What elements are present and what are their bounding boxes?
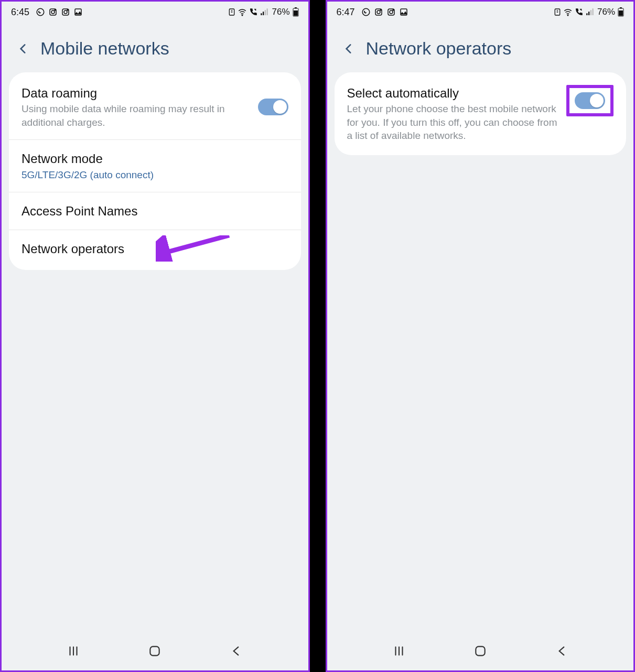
svg-rect-38 [620, 7, 622, 8]
status-left: 6:47 [337, 7, 408, 18]
settings-card: Select automatically Let your phone choo… [335, 72, 627, 155]
battery-icon [618, 7, 624, 17]
toggle-knob [590, 94, 604, 107]
card-icon [553, 8, 562, 16]
nav-recents-icon[interactable] [392, 644, 406, 660]
back-icon[interactable] [342, 42, 356, 56]
svg-rect-15 [294, 10, 298, 16]
status-right: 76% [228, 7, 298, 17]
nav-back-icon[interactable] [229, 644, 243, 660]
volte-icon [574, 7, 584, 17]
svg-rect-21 [150, 646, 159, 655]
row-subtitle: Using mobile data while roaming may resu… [21, 102, 252, 129]
wifi-icon [238, 7, 247, 17]
svg-point-25 [380, 10, 381, 11]
signal-icon [585, 7, 595, 17]
svg-point-31 [567, 15, 568, 16]
volte-icon [249, 7, 258, 17]
row-title: Data roaming [21, 85, 252, 101]
svg-point-9 [242, 15, 243, 16]
nav-back-icon[interactable] [555, 644, 568, 660]
instagram-icon [386, 7, 396, 17]
row-network-mode[interactable]: Network mode 5G/LTE/3G/2G (auto connect) [9, 140, 301, 192]
phone-right: 6:47 76% Network operators Select automa… [326, 0, 636, 672]
row-data-roaming[interactable]: Data roaming Using mobile data while roa… [9, 74, 301, 140]
svg-rect-33 [588, 12, 589, 15]
status-left: 6:45 [11, 7, 83, 18]
row-subtitle: 5G/LTE/3G/2G (auto connect) [21, 168, 282, 182]
wifi-icon [563, 7, 573, 17]
svg-point-2 [51, 10, 55, 14]
svg-rect-11 [263, 12, 264, 15]
instagram-icon [374, 7, 383, 17]
navbar [327, 639, 634, 665]
svg-point-27 [390, 10, 393, 14]
svg-point-24 [377, 10, 380, 14]
annotation-highlight [566, 85, 614, 116]
status-time: 6:47 [337, 7, 355, 18]
svg-rect-37 [619, 10, 623, 16]
whatsapp-icon [36, 7, 45, 17]
svg-rect-32 [586, 13, 587, 15]
image-icon [399, 7, 408, 17]
page-title: Mobile networks [40, 38, 169, 59]
instagram-icon [61, 7, 70, 17]
statusbar: 6:47 76% [327, 2, 634, 23]
nav-recents-icon[interactable] [67, 644, 80, 660]
signal-icon [260, 7, 269, 17]
row-title: Network mode [21, 150, 282, 167]
screenshot-divider [310, 0, 326, 672]
page-title: Network operators [366, 38, 512, 59]
nav-home-icon[interactable] [473, 644, 487, 660]
row-title: Network operators [21, 241, 282, 257]
svg-rect-13 [267, 8, 268, 15]
svg-rect-34 [590, 10, 591, 15]
instagram-icon [48, 7, 58, 17]
svg-rect-35 [592, 8, 593, 15]
svg-point-28 [393, 10, 394, 11]
svg-rect-12 [265, 10, 266, 15]
row-title: Select automatically [347, 85, 561, 101]
roaming-toggle[interactable] [258, 99, 288, 115]
whatsapp-icon [361, 7, 371, 17]
status-right: 76% [553, 7, 624, 17]
header: Mobile networks [2, 23, 308, 72]
row-apn[interactable]: Access Point Names [9, 192, 301, 230]
navbar [2, 639, 308, 665]
svg-rect-16 [295, 7, 297, 8]
back-icon[interactable] [16, 42, 30, 56]
statusbar: 6:45 76% [2, 2, 308, 23]
svg-rect-42 [476, 646, 485, 655]
svg-point-3 [55, 10, 56, 11]
battery-pct: 76% [272, 7, 289, 17]
svg-rect-10 [261, 13, 262, 15]
svg-point-6 [67, 10, 68, 11]
auto-select-toggle[interactable] [575, 92, 605, 109]
image-icon [73, 7, 83, 17]
status-time: 6:45 [11, 7, 29, 18]
nav-home-icon[interactable] [148, 644, 162, 660]
card-icon [228, 8, 236, 16]
toggle-knob [273, 100, 287, 114]
settings-card: Data roaming Using mobile data while roa… [9, 72, 301, 270]
row-select-automatically[interactable]: Select automatically Let your phone choo… [335, 74, 627, 153]
battery-pct: 76% [597, 7, 615, 17]
row-network-operators[interactable]: Network operators [9, 230, 301, 267]
row-subtitle: Let your phone choose the best mobile ne… [347, 102, 561, 143]
phone-left: 6:45 76% Mobile networks Data roaming Us… [0, 0, 310, 672]
svg-point-5 [64, 10, 67, 14]
row-title: Access Point Names [21, 203, 282, 219]
battery-icon [293, 7, 299, 17]
header: Network operators [327, 23, 634, 72]
